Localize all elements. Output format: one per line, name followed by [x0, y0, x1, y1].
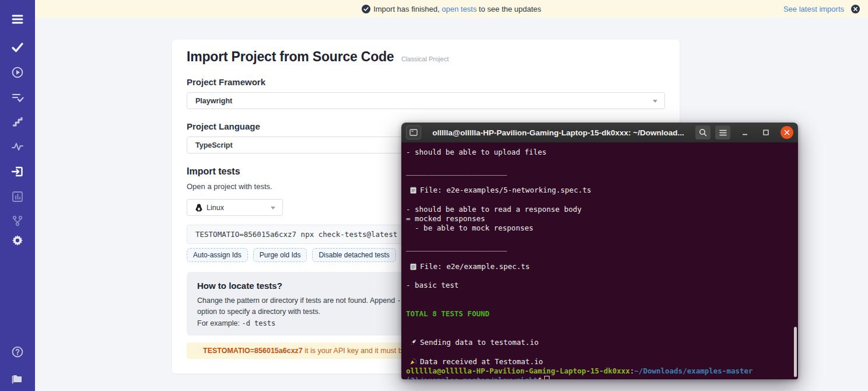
new-terminal-tab-icon[interactable]: [406, 125, 421, 139]
info-body: Change the pattern or directory if tests…: [197, 295, 426, 318]
terminal-file-line: File: e2e/example.spec.ts: [406, 262, 792, 271]
banner-text-prefix: Import has finished,: [373, 5, 439, 13]
terminal-separator: _______________________: [406, 243, 507, 252]
framework-value: Playwright: [195, 97, 232, 105]
terminal-prompt-line-1: ollllla@ollllla-HP-Pavilion-Gaming-Lapto…: [406, 366, 792, 376]
example-code: -d tests: [242, 319, 275, 327]
success-check-icon: [362, 5, 370, 13]
terminal-maximize-icon[interactable]: [760, 126, 772, 139]
notepad-icon: [410, 263, 417, 270]
chevron-down-icon: [653, 100, 657, 103]
open-tests-link[interactable]: open tests: [442, 5, 477, 13]
banner-close-icon[interactable]: [851, 5, 860, 13]
linux-tux-icon: [195, 204, 202, 212]
terminal-menu-icon[interactable]: [715, 125, 730, 139]
terminal-minimize-icon[interactable]: [738, 126, 751, 139]
test-runs-list-icon[interactable]: [11, 91, 24, 104]
steps-icon[interactable]: [11, 115, 24, 128]
rocket-icon: [410, 338, 417, 346]
terminal-separator: _______________________: [406, 167, 507, 176]
settings-gear-icon[interactable]: [11, 234, 24, 247]
terminal-cursor: [544, 376, 550, 379]
terminal-window: ollllla@ollllla-HP-Pavilion-Gaming-Lapto…: [401, 123, 798, 379]
framework-label: Project Framework: [187, 77, 665, 87]
api-key-value: TESTOMATIO=856015a6cxz7: [203, 347, 303, 355]
terminal-total-line: TOTAL 8 TESTS FOUND: [406, 309, 792, 319]
run-play-icon[interactable]: [11, 66, 24, 79]
terminal-line: = mocked responses: [406, 214, 792, 224]
terminal-sending-line: Sending data to testomat.io: [406, 338, 792, 347]
sidebar: [0, 0, 35, 391]
auto-assign-ids-chip[interactable]: Auto-assign Ids: [187, 248, 248, 262]
chevron-down-icon: [271, 207, 275, 210]
disable-detached-tests-chip[interactable]: Disable detached tests: [312, 248, 396, 262]
tests-check-icon[interactable]: [11, 41, 24, 54]
os-select[interactable]: Linux: [187, 199, 283, 216]
terminal-prompt-line-2: (3)/examples-master/playwright$: [406, 376, 792, 379]
terminal-received-line: Data received at Testomat.io: [406, 357, 792, 366]
framework-select[interactable]: Playwright: [187, 92, 665, 109]
reports-chart-icon[interactable]: [11, 190, 24, 203]
notepad-icon: [410, 186, 417, 194]
import-icon[interactable]: [11, 165, 24, 178]
terminal-line: - be able to mock responses: [406, 224, 792, 233]
terminal-line: - should be able to upload files: [406, 148, 792, 157]
branches-icon[interactable]: [11, 214, 24, 227]
terminal-scrollbar[interactable]: [794, 327, 797, 377]
banner-message: Import has finished, open tests to see t…: [35, 5, 868, 13]
terminal-line: - basic test: [406, 281, 792, 290]
pulse-analytics-icon[interactable]: [11, 140, 24, 153]
terminal-search-icon[interactable]: [695, 125, 710, 139]
terminal-file-line: File: e2e-examples/5-networking.spec.ts: [406, 186, 792, 195]
os-value: Linux: [206, 204, 224, 212]
terminal-close-icon[interactable]: [780, 126, 793, 139]
notification-banner: Import has finished, open tests to see t…: [35, 0, 868, 18]
terminal-titlebar[interactable]: ollllla@ollllla-HP-Pavilion-Gaming-Lapto…: [401, 123, 798, 142]
language-value: TypeScript: [195, 141, 233, 149]
terminal-line: - should be able to read a response body: [406, 205, 792, 214]
terminal-output[interactable]: - should be able to upload files _______…: [401, 142, 798, 379]
purge-old-ids-chip[interactable]: Purge old Ids: [253, 248, 307, 262]
help-icon[interactable]: [11, 345, 24, 358]
docs-folder-icon[interactable]: [11, 372, 24, 385]
banner-text-suffix: to see the updates: [479, 5, 541, 13]
page-subtitle: Classical Project: [401, 55, 449, 62]
see-latest-imports-link[interactable]: See latest imports: [783, 5, 844, 13]
party-popper-icon: [410, 358, 417, 365]
page-title: Import Project from Source Code: [187, 49, 394, 64]
terminal-title: ollllla@ollllla-HP-Pavilion-Gaming-Lapto…: [426, 128, 691, 137]
hamburger-menu-icon[interactable]: [11, 13, 24, 26]
